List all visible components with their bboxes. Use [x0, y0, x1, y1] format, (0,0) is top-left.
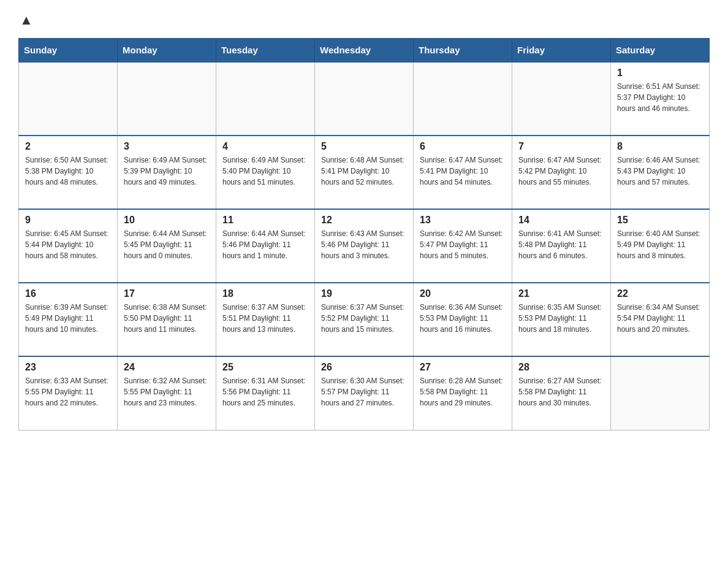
calendar-cell: 17Sunrise: 6:38 AM Sunset: 5:50 PM Dayli…: [118, 283, 216, 356]
day-header-thursday: Thursday: [414, 39, 512, 63]
day-number: 17: [124, 288, 210, 299]
day-info: Sunrise: 6:38 AM Sunset: 5:50 PM Dayligh…: [124, 302, 210, 335]
day-info: Sunrise: 6:49 AM Sunset: 5:39 PM Dayligh…: [124, 155, 210, 188]
calendar-cell: 8Sunrise: 6:46 AM Sunset: 5:43 PM Daylig…: [611, 136, 710, 209]
day-info: Sunrise: 6:42 AM Sunset: 5:47 PM Dayligh…: [420, 228, 506, 261]
calendar-cell: [414, 62, 512, 136]
day-number: 9: [25, 215, 111, 226]
calendar-cell: 21Sunrise: 6:35 AM Sunset: 5:53 PM Dayli…: [512, 283, 611, 356]
day-info: Sunrise: 6:49 AM Sunset: 5:40 PM Dayligh…: [222, 155, 308, 188]
day-info: Sunrise: 6:34 AM Sunset: 5:54 PM Dayligh…: [617, 302, 703, 335]
calendar-cell: [216, 62, 315, 136]
day-number: 7: [518, 141, 604, 152]
calendar-cell: 26Sunrise: 6:30 AM Sunset: 5:57 PM Dayli…: [315, 356, 414, 430]
day-info: Sunrise: 6:31 AM Sunset: 5:56 PM Dayligh…: [222, 375, 308, 408]
calendar-cell: 16Sunrise: 6:39 AM Sunset: 5:49 PM Dayli…: [19, 283, 118, 356]
day-number: 23: [25, 362, 111, 373]
day-info: Sunrise: 6:48 AM Sunset: 5:41 PM Dayligh…: [321, 155, 407, 188]
day-number: 28: [518, 362, 604, 373]
calendar-cell: 14Sunrise: 6:41 AM Sunset: 5:48 PM Dayli…: [512, 209, 611, 283]
day-number: 25: [222, 362, 308, 373]
day-number: 16: [25, 288, 111, 299]
day-info: Sunrise: 6:46 AM Sunset: 5:43 PM Dayligh…: [617, 155, 703, 188]
day-number: 5: [321, 141, 407, 152]
day-number: 15: [617, 215, 703, 226]
day-number: 24: [124, 362, 210, 373]
calendar-cell: [315, 62, 414, 136]
calendar-cell: 3Sunrise: 6:49 AM Sunset: 5:39 PM Daylig…: [118, 136, 216, 209]
calendar-cell: 4Sunrise: 6:49 AM Sunset: 5:40 PM Daylig…: [216, 136, 315, 209]
calendar-cell: 5Sunrise: 6:48 AM Sunset: 5:41 PM Daylig…: [315, 136, 414, 209]
calendar-cell: 11Sunrise: 6:44 AM Sunset: 5:46 PM Dayli…: [216, 209, 315, 283]
day-number: 19: [321, 288, 407, 299]
calendar-cell: 10Sunrise: 6:44 AM Sunset: 5:45 PM Dayli…: [118, 209, 216, 283]
day-number: 20: [420, 288, 506, 299]
calendar-cell: 13Sunrise: 6:42 AM Sunset: 5:47 PM Dayli…: [414, 209, 512, 283]
day-number: 21: [518, 288, 604, 299]
day-number: 4: [222, 141, 308, 152]
day-number: 27: [420, 362, 506, 373]
logo-arrow-icon: ▲: [20, 12, 33, 28]
day-number: 13: [420, 215, 506, 226]
day-number: 2: [25, 141, 111, 152]
day-info: Sunrise: 6:44 AM Sunset: 5:46 PM Dayligh…: [222, 228, 308, 261]
day-number: 22: [617, 288, 703, 299]
day-header-wednesday: Wednesday: [315, 39, 414, 63]
week-row-2: 2Sunrise: 6:50 AM Sunset: 5:38 PM Daylig…: [19, 136, 710, 209]
day-info: Sunrise: 6:28 AM Sunset: 5:58 PM Dayligh…: [420, 375, 506, 408]
day-info: Sunrise: 6:27 AM Sunset: 5:58 PM Dayligh…: [518, 375, 604, 408]
day-number: 8: [617, 141, 703, 152]
page-header: ▲: [18, 12, 710, 28]
calendar-cell: 7Sunrise: 6:47 AM Sunset: 5:42 PM Daylig…: [512, 136, 611, 209]
calendar-table: SundayMondayTuesdayWednesdayThursdayFrid…: [18, 38, 710, 431]
calendar-cell: 23Sunrise: 6:33 AM Sunset: 5:55 PM Dayli…: [19, 356, 118, 430]
calendar-cell: 20Sunrise: 6:36 AM Sunset: 5:53 PM Dayli…: [414, 283, 512, 356]
day-info: Sunrise: 6:36 AM Sunset: 5:53 PM Dayligh…: [420, 302, 506, 335]
day-info: Sunrise: 6:33 AM Sunset: 5:55 PM Dayligh…: [25, 375, 111, 408]
calendar-cell: 28Sunrise: 6:27 AM Sunset: 5:58 PM Dayli…: [512, 356, 611, 430]
day-info: Sunrise: 6:37 AM Sunset: 5:52 PM Dayligh…: [321, 302, 407, 335]
calendar-header-row: SundayMondayTuesdayWednesdayThursdayFrid…: [19, 39, 710, 63]
day-info: Sunrise: 6:50 AM Sunset: 5:38 PM Dayligh…: [25, 155, 111, 188]
day-number: 11: [222, 215, 308, 226]
calendar-cell: 18Sunrise: 6:37 AM Sunset: 5:51 PM Dayli…: [216, 283, 315, 356]
day-info: Sunrise: 6:30 AM Sunset: 5:57 PM Dayligh…: [321, 375, 407, 408]
week-row-5: 23Sunrise: 6:33 AM Sunset: 5:55 PM Dayli…: [19, 356, 710, 430]
logo: ▲: [18, 12, 33, 28]
calendar-cell: 6Sunrise: 6:47 AM Sunset: 5:41 PM Daylig…: [414, 136, 512, 209]
day-number: 6: [420, 141, 506, 152]
calendar-cell: [19, 62, 118, 136]
day-info: Sunrise: 6:41 AM Sunset: 5:48 PM Dayligh…: [518, 228, 604, 261]
calendar-cell: 24Sunrise: 6:32 AM Sunset: 5:55 PM Dayli…: [118, 356, 216, 430]
calendar-cell: 1Sunrise: 6:51 AM Sunset: 5:37 PM Daylig…: [611, 62, 710, 136]
day-info: Sunrise: 6:45 AM Sunset: 5:44 PM Dayligh…: [25, 228, 111, 261]
calendar-cell: 9Sunrise: 6:45 AM Sunset: 5:44 PM Daylig…: [19, 209, 118, 283]
day-header-tuesday: Tuesday: [216, 39, 315, 63]
day-info: Sunrise: 6:32 AM Sunset: 5:55 PM Dayligh…: [124, 375, 210, 408]
calendar-cell: 2Sunrise: 6:50 AM Sunset: 5:38 PM Daylig…: [19, 136, 118, 209]
calendar-cell: 25Sunrise: 6:31 AM Sunset: 5:56 PM Dayli…: [216, 356, 315, 430]
calendar-cell: 22Sunrise: 6:34 AM Sunset: 5:54 PM Dayli…: [611, 283, 710, 356]
day-info: Sunrise: 6:37 AM Sunset: 5:51 PM Dayligh…: [222, 302, 308, 335]
calendar-cell: [512, 62, 611, 136]
day-info: Sunrise: 6:51 AM Sunset: 5:37 PM Dayligh…: [617, 81, 703, 114]
week-row-1: 1Sunrise: 6:51 AM Sunset: 5:37 PM Daylig…: [19, 62, 710, 136]
calendar-cell: 15Sunrise: 6:40 AM Sunset: 5:49 PM Dayli…: [611, 209, 710, 283]
calendar-cell: 12Sunrise: 6:43 AM Sunset: 5:46 PM Dayli…: [315, 209, 414, 283]
day-info: Sunrise: 6:47 AM Sunset: 5:41 PM Dayligh…: [420, 155, 506, 188]
calendar-cell: 27Sunrise: 6:28 AM Sunset: 5:58 PM Dayli…: [414, 356, 512, 430]
day-number: 12: [321, 215, 407, 226]
day-number: 1: [617, 67, 703, 79]
day-number: 3: [124, 141, 210, 152]
calendar-cell: 19Sunrise: 6:37 AM Sunset: 5:52 PM Dayli…: [315, 283, 414, 356]
day-number: 14: [518, 215, 604, 226]
calendar-cell: [611, 356, 710, 430]
day-info: Sunrise: 6:43 AM Sunset: 5:46 PM Dayligh…: [321, 228, 407, 261]
calendar-cell: [118, 62, 216, 136]
day-info: Sunrise: 6:47 AM Sunset: 5:42 PM Dayligh…: [518, 155, 604, 188]
day-info: Sunrise: 6:44 AM Sunset: 5:45 PM Dayligh…: [124, 228, 210, 261]
day-info: Sunrise: 6:35 AM Sunset: 5:53 PM Dayligh…: [518, 302, 604, 335]
day-header-saturday: Saturday: [611, 39, 710, 63]
day-header-sunday: Sunday: [19, 39, 118, 63]
week-row-3: 9Sunrise: 6:45 AM Sunset: 5:44 PM Daylig…: [19, 209, 710, 283]
